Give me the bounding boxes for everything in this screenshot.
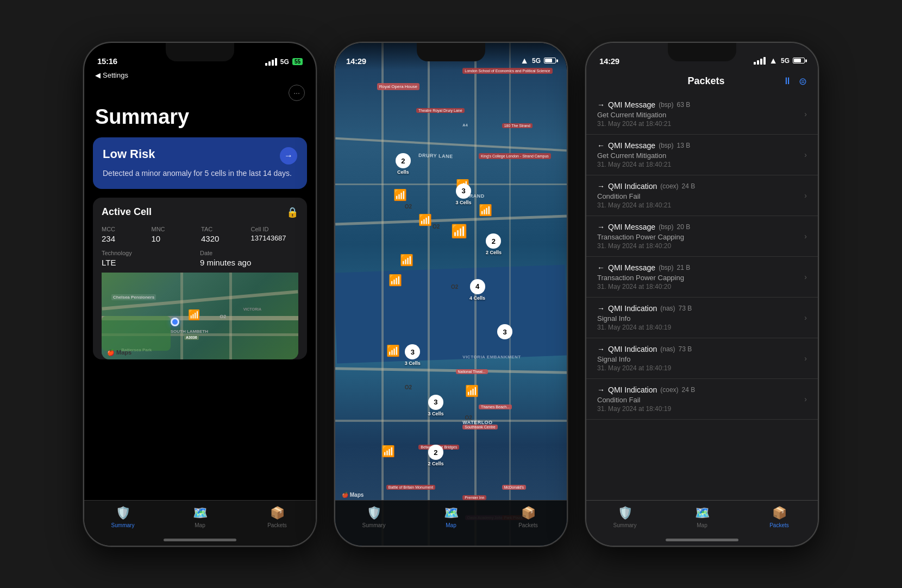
phone3-tab-summary-icon: 🛡️ bbox=[618, 506, 632, 520]
phone1-mcc-value: 234 bbox=[102, 234, 149, 243]
phone2-cluster-label: 3 Cells bbox=[456, 200, 472, 205]
phone1-tac-col: TAC 4320 bbox=[201, 226, 249, 243]
packet-proto-3: (bsp) bbox=[659, 223, 673, 231]
phone1-notch bbox=[166, 43, 234, 61]
phone1-cellid-col: Cell ID 137143687 bbox=[251, 226, 299, 243]
phone1-map-thumbnail[interactable]: O2 Chelsea Pensioners SOUTH LAMBETH VICT… bbox=[102, 273, 298, 359]
packet-time-1: 31. May 2024 at 18:40:21 bbox=[597, 161, 804, 168]
packet-item-0[interactable]: → QMI Message (bsp) 63 B Get Current Mit… bbox=[586, 94, 818, 135]
phone3-tab-map[interactable]: 🗺️ Map bbox=[663, 506, 741, 528]
phone1-cell-grid2: Technology LTE Date 9 minutes ago bbox=[102, 250, 298, 267]
phone1-content: ··· Summary Low Risk → Detected a minor … bbox=[84, 79, 316, 500]
packet-name-5: Signal Info bbox=[597, 314, 804, 323]
phone2-notch bbox=[417, 43, 485, 61]
phone1-date-value: 9 minutes ago bbox=[200, 258, 298, 267]
packet-proto-7: (coex) bbox=[660, 386, 678, 394]
packet-name-7: Condition Fail bbox=[597, 396, 804, 404]
phone1-frame: 15:16 5G 55 ◀ Settings ··· Summary Low R… bbox=[83, 42, 317, 547]
phone3-status-right: ▲ 5G bbox=[754, 56, 805, 66]
packet-left-7: → QMI Indication (coex) 24 B Condition F… bbox=[597, 385, 804, 413]
phone2-wifi-icon: ▲ bbox=[520, 56, 529, 66]
phone2-map-full[interactable]: DRURY LANE STRAND VICTORIA EMBANKMENT WA… bbox=[335, 43, 567, 546]
phone3-screen: 14:29 ▲ 5G Packets ⏸ ⊜ bbox=[586, 43, 818, 546]
phone2-map-bg: DRURY LANE STRAND VICTORIA EMBANKMENT WA… bbox=[335, 43, 567, 546]
phone1-more-button[interactable]: ··· bbox=[289, 85, 305, 101]
packet-size-4: 21 B bbox=[676, 264, 690, 271]
phone1-date-label: Date bbox=[200, 250, 298, 256]
packet-type-2: QMI Indication bbox=[608, 182, 657, 191]
packet-row1-3: → QMI Message (bsp) 20 B bbox=[597, 223, 804, 231]
phone3-packets-controls: ⏸ ⊜ bbox=[782, 75, 807, 87]
packet-size-6: 73 B bbox=[679, 345, 692, 353]
phone1-mcc-label: MCC bbox=[102, 226, 149, 232]
phone3-packet-list: → QMI Message (bsp) 63 B Get Current Mit… bbox=[586, 94, 818, 500]
packet-proto-2: (coex) bbox=[660, 182, 678, 190]
phone1-cell-grid: MCC 234 MNC 10 TAC 4320 Cell ID 13714368… bbox=[102, 226, 298, 243]
phone3-wifi-icon: ▲ bbox=[769, 56, 778, 66]
phone1-tab-map[interactable]: 🗺️ Map bbox=[161, 506, 239, 528]
phone2-cluster-2cells-3[interactable]: 2 Cells bbox=[396, 153, 411, 175]
packet-chevron-6: › bbox=[804, 354, 807, 363]
phone1-summary-header: ··· bbox=[84, 79, 316, 105]
phone2-status-right: ▲ 5G bbox=[520, 56, 556, 66]
phone1-tab-map-label: Map bbox=[195, 522, 205, 528]
phone2-cluster-3cells-2[interactable]: 3 3 Cells bbox=[405, 344, 421, 366]
phone1-tab-summary-icon: 🛡️ bbox=[116, 506, 130, 520]
phone2-maps-logo: 🍎 Maps bbox=[342, 492, 364, 498]
phone1-cell-title: Active Cell bbox=[102, 206, 152, 218]
packet-size-5: 73 B bbox=[679, 305, 692, 312]
packet-time-0: 31. May 2024 at 18:40:21 bbox=[597, 120, 804, 128]
phone1-back-nav[interactable]: ◀ Settings bbox=[84, 70, 316, 79]
phone1-risk-card[interactable]: Low Risk → Detected a minor anomaly for … bbox=[93, 137, 307, 189]
packet-item-5[interactable]: → QMI Indication (nas) 73 B Signal Info … bbox=[586, 298, 818, 338]
phone3-network: 5G bbox=[781, 57, 790, 65]
packet-item-3[interactable]: → QMI Message (bsp) 20 B Transaction Pow… bbox=[586, 216, 818, 257]
packet-item-7[interactable]: → QMI Indication (coex) 24 B Condition F… bbox=[586, 379, 818, 420]
phone3-frame: 14:29 ▲ 5G Packets ⏸ ⊜ bbox=[585, 42, 819, 547]
phone2-map-screen: DRURY LANE STRAND VICTORIA EMBANKMENT WA… bbox=[335, 43, 567, 546]
packet-chevron-4: › bbox=[804, 273, 807, 281]
phone2-cluster-2cells-2[interactable]: 2 2 Cells bbox=[428, 445, 443, 466]
phone1-date-col: Date 9 minutes ago bbox=[200, 250, 298, 267]
packet-item-2[interactable]: → QMI Indication (coex) 24 B Condition F… bbox=[586, 175, 818, 216]
packet-left-1: ← QMI Message (bsp) 13 B Get Current Mit… bbox=[597, 141, 804, 168]
phone2-tab-map-label: Map bbox=[446, 522, 456, 528]
packet-time-6: 31. May 2024 at 18:40:19 bbox=[597, 364, 804, 372]
phone1-tac-value: 4320 bbox=[201, 234, 249, 243]
phone2-tab-summary[interactable]: 🛡️ Summary bbox=[335, 506, 412, 528]
packet-item-1[interactable]: ← QMI Message (bsp) 13 B Get Current Mit… bbox=[586, 135, 818, 175]
packet-item-6[interactable]: → QMI Indication (nas) 73 B Signal Info … bbox=[586, 338, 818, 379]
phone1-risk-arrow[interactable]: → bbox=[280, 147, 297, 165]
phone1-tab-packets[interactable]: 📦 Packets bbox=[239, 506, 316, 528]
phone3-tab-summary[interactable]: 🛡️ Summary bbox=[586, 506, 663, 528]
phone1-back-arrow: ◀ bbox=[95, 71, 101, 79]
phone2-cluster-3cells-4[interactable]: 3 bbox=[497, 324, 512, 340]
lock-icon: 🔒 bbox=[286, 206, 298, 218]
packet-item-4[interactable]: ← QMI Message (bsp) 21 B Transaction Pow… bbox=[586, 257, 818, 298]
phone2-cluster-3cells-3[interactable]: 3 3 Cells bbox=[428, 395, 443, 416]
phone2-cluster-4cells[interactable]: 4 4 Cells bbox=[469, 279, 485, 301]
phone1-summary-title: Summary bbox=[84, 105, 316, 137]
phone2-tab-packets[interactable]: 📦 Packets bbox=[490, 506, 567, 528]
phone3-tab-map-icon: 🗺️ bbox=[695, 506, 710, 520]
packet-proto-5: (nas) bbox=[660, 305, 675, 312]
phone3-pause-button[interactable]: ⏸ bbox=[782, 75, 792, 87]
packet-name-0: Get Current Mitigation bbox=[597, 111, 804, 119]
packet-chevron-1: › bbox=[804, 150, 807, 159]
packet-arrow-4: ← bbox=[597, 263, 605, 272]
packet-row1-5: → QMI Indication (nas) 73 B bbox=[597, 304, 804, 313]
packet-proto-4: (bsp) bbox=[659, 264, 673, 271]
packet-row1-6: → QMI Indication (nas) 73 B bbox=[597, 345, 804, 353]
phone1-tech-col: Technology LTE bbox=[102, 250, 200, 267]
packet-proto-6: (nas) bbox=[660, 345, 675, 353]
packet-size-3: 20 B bbox=[676, 223, 690, 231]
phone2-cluster-2cells-1[interactable]: 2 2 Cells bbox=[486, 233, 502, 255]
phone3-tab-packets[interactable]: 📦 Packets bbox=[741, 506, 818, 528]
phone1-mnc-col: MNC 10 bbox=[152, 226, 199, 243]
phone2-tab-map[interactable]: 🗺️ Map bbox=[412, 506, 490, 528]
phone1-screen: 15:16 5G 55 ◀ Settings ··· Summary Low R… bbox=[84, 43, 316, 546]
phone2-cluster-3cells-1[interactable]: 3 3 Cells bbox=[456, 184, 472, 205]
packet-arrow-5: → bbox=[597, 304, 605, 313]
phone1-tab-summary[interactable]: 🛡️ Summary bbox=[84, 506, 161, 528]
phone3-filter-button[interactable]: ⊜ bbox=[799, 75, 807, 87]
